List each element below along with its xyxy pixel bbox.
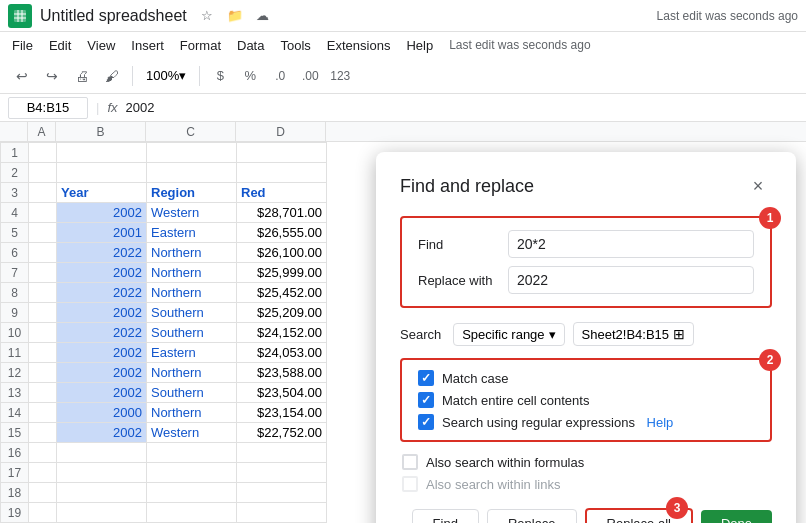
checkmark-icon-2: ✓ [421, 393, 431, 407]
formulas-label: Also search within formulas [426, 455, 584, 470]
find-input[interactable] [508, 230, 754, 258]
menu-format[interactable]: Format [172, 36, 229, 55]
print-button[interactable]: 🖨 [68, 62, 96, 90]
badge-3: 3 [666, 497, 688, 519]
dialog-header: Find and replace × [400, 172, 772, 200]
checkbox-regex-row: ✓ Search using regular expressions Help [418, 414, 754, 430]
checkboxes-section: 2 ✓ Match case ✓ Match entire cell conte… [400, 358, 772, 442]
checkmark-icon: ✓ [421, 371, 431, 385]
search-dropdown[interactable]: Specific range ▾ [453, 323, 564, 346]
badge-1: 1 [759, 207, 781, 229]
decimal00-button[interactable]: .00 [296, 62, 324, 90]
grid-icon: ⊞ [673, 326, 685, 342]
regex-checkbox[interactable]: ✓ [418, 414, 434, 430]
entire-cell-checkbox[interactable]: ✓ [418, 392, 434, 408]
separator-1 [132, 66, 133, 86]
checkbox-entire-cell-row: ✓ Match entire cell contents [418, 392, 754, 408]
search-range[interactable]: Sheet2!B4:B15 ⊞ [573, 322, 694, 346]
replace-button[interactable]: Replace [487, 509, 577, 523]
spreadsheet: A B C D 1 2 [0, 122, 806, 523]
cloud-icon[interactable]: ☁ [251, 4, 275, 28]
zoom-arrow: ▾ [179, 68, 186, 83]
replace-input[interactable] [508, 266, 754, 294]
search-row: Search Specific range ▾ Sheet2!B4:B15 ⊞ [400, 322, 772, 346]
match-case-label: Match case [442, 371, 508, 386]
menu-bar: File Edit View Insert Format Data Tools … [0, 32, 806, 58]
menu-file[interactable]: File [4, 36, 41, 55]
redo-button[interactable]: ↪ [38, 62, 66, 90]
currency-button[interactable]: $ [206, 62, 234, 90]
percent-button[interactable]: % [236, 62, 264, 90]
formulas-checkbox[interactable] [402, 454, 418, 470]
star-icon[interactable]: ☆ [195, 4, 219, 28]
replace-label: Replace with [418, 273, 508, 288]
doc-title: Untitled spreadsheet [40, 7, 187, 25]
checkbox-formulas-row: Also search within formulas [402, 454, 772, 470]
entire-cell-label: Match entire cell contents [442, 393, 589, 408]
checkmark-icon-3: ✓ [421, 415, 431, 429]
replace-row: Replace with [418, 266, 754, 294]
find-button[interactable]: Find [412, 509, 479, 523]
menu-view[interactable]: View [79, 36, 123, 55]
links-checkbox[interactable] [402, 476, 418, 492]
separator-2 [199, 66, 200, 86]
menu-data[interactable]: Data [229, 36, 272, 55]
menu-insert[interactable]: Insert [123, 36, 172, 55]
checkbox-match-case-row: ✓ Match case [418, 370, 754, 386]
links-label: Also search within links [426, 477, 560, 492]
name-box[interactable]: B4:B15 [8, 97, 88, 119]
doc-icons: ☆ 📁 ☁ [195, 4, 275, 28]
zoom-value: 100% [146, 68, 179, 83]
zoom-selector[interactable]: 100% ▾ [139, 65, 193, 86]
dialog-overlay: Find and replace × 1 Find Replace with S… [0, 122, 806, 523]
dropdown-arrow-icon: ▾ [549, 327, 556, 342]
autosave-label: Last edit was seconds ago [657, 9, 798, 23]
menu-extensions[interactable]: Extensions [319, 36, 399, 55]
done-button[interactable]: Done [701, 510, 772, 523]
find-replace-dialog: Find and replace × 1 Find Replace with S… [376, 152, 796, 523]
more-formats-button[interactable]: 123 [326, 62, 354, 90]
find-replace-section: 1 Find Replace with [400, 216, 772, 308]
folder-icon[interactable]: 📁 [223, 4, 247, 28]
regex-label: Search using regular expressions [442, 415, 639, 430]
decimal0-button[interactable]: .0 [266, 62, 294, 90]
help-link[interactable]: Help [647, 415, 674, 430]
find-row: Find [418, 230, 754, 258]
autosave-menu: Last edit was seconds ago [449, 38, 590, 52]
undo-button[interactable]: ↩ [8, 62, 36, 90]
paint-button[interactable]: 🖌 [98, 62, 126, 90]
search-range-value: Sheet2!B4:B15 [582, 327, 669, 342]
toolbar: ↩ ↪ 🖨 🖌 100% ▾ $ % .0 .00 123 [0, 58, 806, 94]
menu-help[interactable]: Help [398, 36, 441, 55]
top-bar: Untitled spreadsheet ☆ 📁 ☁ Last edit was… [0, 0, 806, 32]
svg-rect-0 [14, 10, 26, 22]
fx-label: fx [107, 100, 117, 115]
match-case-checkbox[interactable]: ✓ [418, 370, 434, 386]
formula-input[interactable]: 2002 [126, 100, 798, 115]
menu-tools[interactable]: Tools [272, 36, 318, 55]
app-icon [8, 4, 32, 28]
search-dropdown-value: Specific range [462, 327, 544, 342]
formula-bar: B4:B15 | fx 2002 [0, 94, 806, 122]
formula-divider: | [96, 100, 99, 115]
dialog-title: Find and replace [400, 176, 534, 197]
dialog-close-button[interactable]: × [744, 172, 772, 200]
search-label: Search [400, 327, 441, 342]
badge-2: 2 [759, 349, 781, 371]
find-label: Find [418, 237, 508, 252]
menu-edit[interactable]: Edit [41, 36, 79, 55]
checkbox-links-row: Also search within links [402, 476, 772, 492]
action-row: 3 Find Replace Replace all Done [400, 508, 772, 523]
